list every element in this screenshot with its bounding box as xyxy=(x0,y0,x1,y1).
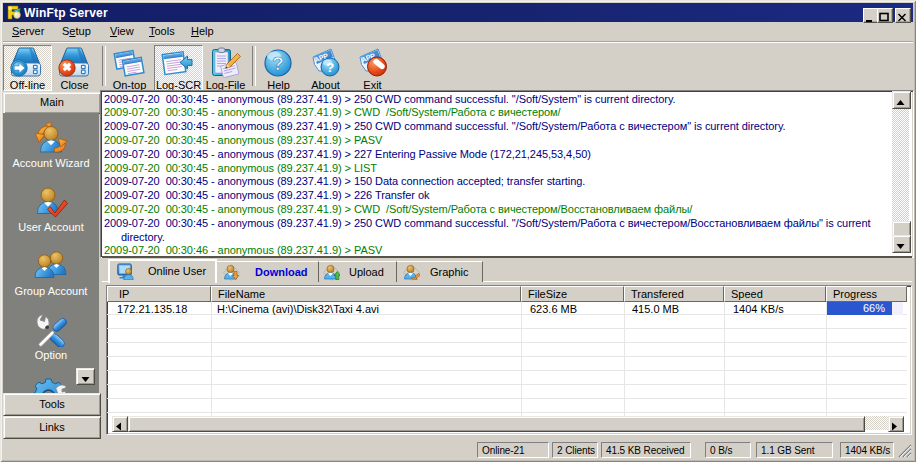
svg-text:?: ? xyxy=(272,53,284,74)
svg-text:?: ? xyxy=(326,60,334,75)
